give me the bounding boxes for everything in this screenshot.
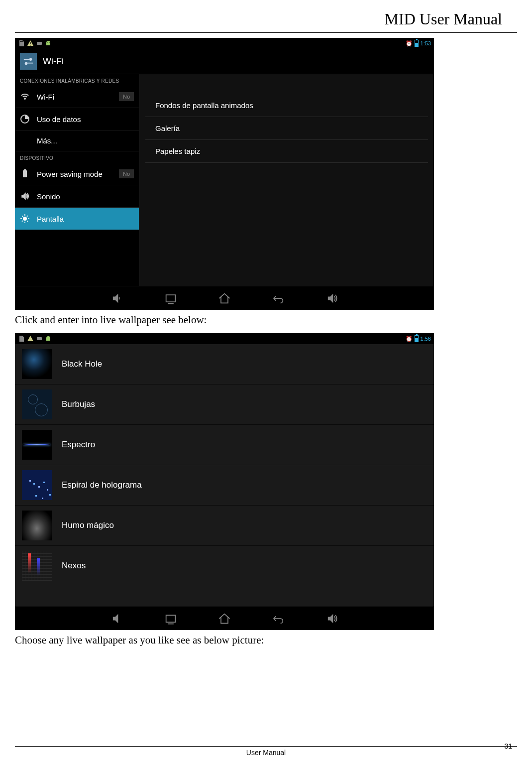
svg-rect-9 <box>24 169 26 170</box>
volume-up-icon[interactable] <box>325 291 339 305</box>
sidebar-wifi-label: Wi-Fi <box>37 93 119 101</box>
wifi-toggle[interactable]: No <box>119 92 134 101</box>
svg-line-15 <box>22 216 23 217</box>
status-bar-2: 1:56 <box>15 333 434 344</box>
return-icon[interactable] <box>271 612 285 626</box>
usb-icon <box>36 40 43 47</box>
sidebar-sound-label: Sonido <box>37 192 134 201</box>
wallpaper-item-blackhole[interactable]: Black Hole <box>15 344 434 385</box>
sidebar-data-label: Uso de datos <box>37 115 134 124</box>
status-time: 1:53 <box>421 40 431 46</box>
wallpaper-label: Espectro <box>62 440 95 450</box>
battery-icon <box>415 40 419 47</box>
wallpaper-label: Espiral de holograma <box>62 480 142 490</box>
home-icon[interactable] <box>217 612 231 626</box>
footer-text: User Manual <box>15 749 517 757</box>
wallpaper-item-hologram-spiral[interactable]: Espiral de holograma <box>15 465 434 506</box>
doc-title: MID User Manual <box>15 10 517 28</box>
option-live-wallpapers[interactable]: Fondos de pantalla animados <box>145 94 428 117</box>
sidebar-item-data-usage[interactable]: Uso de datos <box>15 108 139 130</box>
volume-down-icon[interactable] <box>110 291 124 305</box>
thumb-spiral <box>22 470 52 500</box>
data-usage-icon <box>20 114 30 124</box>
svg-rect-20 <box>37 337 42 340</box>
settings-sidebar: CONEXIONES INALÁMBRICAS Y REDES Wi-Fi No… <box>15 74 139 286</box>
sidebar-item-sound[interactable]: Sonido <box>15 185 139 208</box>
caption-1: Click and enter into live wallpaper see … <box>15 314 517 326</box>
android-icon <box>45 40 52 47</box>
footer-rule <box>15 746 517 747</box>
app-header-title: Wi-Fi <box>43 56 64 67</box>
header-rule <box>15 32 517 33</box>
usb-icon <box>36 335 43 342</box>
option-gallery[interactable]: Galería <box>145 117 428 140</box>
wallpaper-item-spectrum[interactable]: Espectro <box>15 425 434 465</box>
alarm-icon <box>406 40 413 47</box>
wifi-icon <box>20 92 30 102</box>
svg-point-5 <box>29 58 32 61</box>
screenshot-live-wallpapers: 1:56 Black Hole Burbujas Espectro Espira… <box>15 333 434 630</box>
thumb-nexus <box>22 551 52 581</box>
sidebar-power-label: Power saving mode <box>37 170 119 178</box>
return-icon[interactable] <box>271 291 285 305</box>
svg-rect-1 <box>30 45 30 45</box>
option-wallpapers[interactable]: Papeles tapiz <box>145 140 428 163</box>
thumb-spectrum <box>22 430 52 460</box>
back-icon[interactable] <box>164 291 178 305</box>
svg-point-6 <box>25 62 28 65</box>
svg-rect-0 <box>30 42 30 44</box>
sidebar-section-device: DISPOSITIVO <box>15 151 139 163</box>
svg-line-18 <box>27 216 28 217</box>
thumb-blackhole <box>22 349 52 379</box>
power-toggle[interactable]: No <box>119 169 134 178</box>
thumb-bubbles <box>22 389 52 419</box>
caption-2: Choose any live wallpaper as you like se… <box>15 634 517 646</box>
volume-up-icon[interactable] <box>325 612 339 626</box>
svg-point-4 <box>49 42 49 42</box>
alarm-icon <box>406 336 413 342</box>
page-number: 31 <box>504 742 512 750</box>
wallpaper-item-magic-smoke[interactable]: Humo mágico <box>15 506 434 546</box>
wallpaper-item-bubbles[interactable]: Burbujas <box>15 385 434 425</box>
volume-down-icon[interactable] <box>110 612 124 626</box>
app-header: Wi-Fi <box>15 49 434 74</box>
settings-app-icon <box>20 53 37 70</box>
warning-icon <box>27 335 34 342</box>
display-icon <box>20 214 30 224</box>
sdcard-icon <box>18 40 25 47</box>
system-nav-bar <box>15 286 434 310</box>
svg-line-17 <box>22 221 23 222</box>
sidebar-item-display[interactable]: Pantalla <box>15 208 139 230</box>
sound-icon <box>20 191 30 201</box>
svg-line-16 <box>27 221 28 222</box>
screenshot-settings: 1:53 Wi-Fi CONEXIONES INALÁMBRICAS Y RED… <box>15 38 434 310</box>
svg-point-3 <box>47 42 47 42</box>
home-icon[interactable] <box>217 291 231 305</box>
sidebar-display-label: Pantalla <box>37 215 134 223</box>
sidebar-item-power-saving[interactable]: Power saving mode No <box>15 163 139 185</box>
sdcard-icon <box>18 335 25 342</box>
warning-icon <box>27 40 34 47</box>
sidebar-more-label: Más... <box>37 136 57 145</box>
wallpaper-label: Black Hole <box>62 359 102 369</box>
sidebar-section-wireless: CONEXIONES INALÁMBRICAS Y REDES <box>15 74 139 86</box>
status-bar: 1:53 <box>15 38 434 49</box>
thumb-smoke <box>22 511 52 540</box>
wallpaper-label: Burbujas <box>62 399 95 409</box>
system-nav-bar-2 <box>15 606 434 630</box>
status-time-2: 1:56 <box>421 336 431 342</box>
wallpaper-label: Humo mágico <box>62 520 114 530</box>
wallpaper-label: Nexos <box>62 561 86 571</box>
svg-rect-8 <box>23 170 27 177</box>
svg-rect-2 <box>37 42 42 45</box>
wallpaper-options-pane: Fondos de pantalla animados Galería Pape… <box>139 74 434 286</box>
android-icon <box>45 335 52 342</box>
back-icon[interactable] <box>164 612 178 626</box>
sidebar-item-wifi[interactable]: Wi-Fi No <box>15 86 139 108</box>
battery-icon <box>415 335 419 342</box>
power-saving-icon <box>20 169 30 179</box>
svg-point-10 <box>23 217 27 221</box>
sidebar-item-more[interactable]: Más... <box>15 130 139 151</box>
wallpaper-item-nexus[interactable]: Nexos <box>15 546 434 586</box>
